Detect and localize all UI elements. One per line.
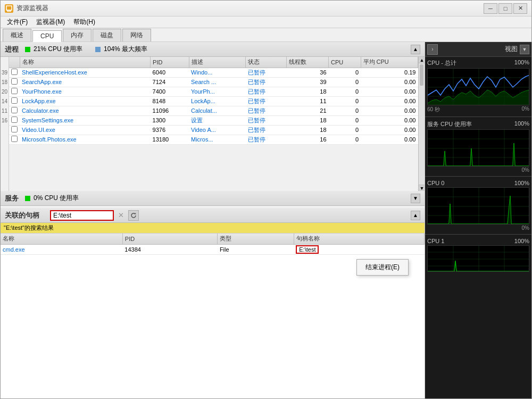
process-row-4[interactable]: Calculator.exe 11096 Calculat... 已暂停 21 … xyxy=(9,106,418,115)
scroll-up-button[interactable]: ▲ xyxy=(419,57,425,63)
process-collapse-button[interactable]: ▲ xyxy=(411,45,420,54)
col-status[interactable]: 状态 xyxy=(246,57,287,68)
services-cpu-stat: 0% CPU 使用率 xyxy=(25,194,79,203)
tab-network[interactable]: 网络 xyxy=(122,29,151,41)
process-name-6: Video.UI.exe xyxy=(20,125,151,135)
menu-file[interactable]: 文件(F) xyxy=(3,16,32,28)
freq-stat-text: 104% 最大频率 xyxy=(104,45,147,54)
handles-data-table: 名称 PID 类型 句柄名称 cmd.exe 14384 File xyxy=(1,234,425,255)
divider-2 xyxy=(425,176,531,177)
view-dropdown-button[interactable]: ▼ xyxy=(520,45,529,54)
process-status-0: 已暂停 xyxy=(246,68,287,77)
col-avgcpu[interactable]: 平均 CPU xyxy=(361,57,418,68)
row-num-4: 11 xyxy=(1,106,9,115)
process-title: 进程 xyxy=(5,45,19,54)
tab-disk[interactable]: 磁盘 xyxy=(93,29,121,41)
process-threads-1: 39 xyxy=(287,77,329,87)
cpu0-chart xyxy=(427,187,529,225)
right-panel: › 视图 ▼ CPU - 总计 100% xyxy=(425,42,531,398)
handle-col-handle[interactable]: 句柄名称 xyxy=(294,234,424,244)
process-threads-0: 36 xyxy=(287,68,329,77)
process-cpu-4: 0 xyxy=(329,106,361,115)
process-pid-2: 7400 xyxy=(151,87,189,96)
cpu0-chart-section: CPU 0 100% 0% xyxy=(425,178,531,233)
maximize-button[interactable]: □ xyxy=(498,3,512,14)
menu-help[interactable]: 帮助(H) xyxy=(69,16,99,28)
services-collapse-button[interactable]: ▼ xyxy=(411,194,420,203)
process-check-7[interactable] xyxy=(9,135,20,144)
col-name[interactable]: 名称 xyxy=(20,57,151,68)
context-menu-end-process[interactable]: 结束进程(E) xyxy=(357,261,408,274)
handles-table[interactable]: 名称 PID 类型 句柄名称 cmd.exe 14384 File xyxy=(1,234,425,398)
process-threads-7: 16 xyxy=(287,135,329,144)
process-pid-0: 6040 xyxy=(151,68,189,77)
menu-bar: 文件(F) 监视器(M) 帮助(H) xyxy=(1,16,531,28)
left-panel: 进程 21% CPU 使用率 104% 最大频率 ▲ 39 18 xyxy=(1,42,425,398)
process-name-4: Calculator.exe xyxy=(20,106,151,115)
process-row-7[interactable]: Microsoft.Photos.exe 13180 Micros... 已暂停… xyxy=(9,135,418,144)
process-scrollbar[interactable]: ▲ ▼ xyxy=(418,57,425,191)
process-cpu-6: 0 xyxy=(329,125,361,135)
cpu-total-label-row: CPU - 总计 100% xyxy=(427,59,529,67)
cpu0-svg xyxy=(428,188,529,225)
col-pid[interactable]: PID xyxy=(151,57,189,68)
process-desc-3: LockAp... xyxy=(189,96,246,106)
process-check-0[interactable] xyxy=(9,68,20,77)
col-desc[interactable]: 描述 xyxy=(189,57,246,68)
search-clear-button[interactable]: ✕ xyxy=(118,211,124,219)
process-name-7: Microsoft.Photos.exe xyxy=(20,135,151,144)
handle-search-input[interactable] xyxy=(50,210,114,221)
process-check-4[interactable] xyxy=(9,106,20,115)
process-avgcpu-4: 0.00 xyxy=(361,106,418,115)
process-desc-4: Calculat... xyxy=(189,106,246,115)
process-table[interactable]: 名称 PID 描述 状态 线程数 CPU 平均 CPU ShellExp xyxy=(9,57,418,191)
process-row-2[interactable]: YourPhone.exe 7400 YourPh... 已暂停 18 0 0.… xyxy=(9,87,418,96)
cpu1-label: CPU 1 xyxy=(427,238,444,244)
scroll-down-button[interactable]: ▼ xyxy=(419,185,425,191)
handle-row-0[interactable]: cmd.exe 14384 File E:\test xyxy=(1,244,425,254)
process-row-1[interactable]: SearchApp.exe 7124 Search ... 已暂停 39 0 0… xyxy=(9,77,418,87)
tab-cpu[interactable]: CPU xyxy=(32,30,62,42)
tab-memory[interactable]: 内存 xyxy=(63,29,92,41)
handle-col-name[interactable]: 名称 xyxy=(1,234,122,244)
services-section: 服务 0% CPU 使用率 ▼ xyxy=(1,191,425,208)
tab-overview[interactable]: 概述 xyxy=(3,29,31,41)
process-row-5[interactable]: SystemSettings.exe 1300 设置 已暂停 18 0 0.00 xyxy=(9,115,418,125)
cpu0-footer-right: 0% xyxy=(522,225,529,231)
handle-col-type[interactable]: 类型 xyxy=(218,234,294,244)
process-row-3[interactable]: LockApp.exe 8148 LockAp... 已暂停 11 0 0.00 xyxy=(9,96,418,106)
scroll-thumb[interactable] xyxy=(420,64,423,86)
process-check-5[interactable] xyxy=(9,115,20,125)
process-pid-4: 11096 xyxy=(151,106,189,115)
process-pid-5: 1300 xyxy=(151,115,189,125)
cpu-total-chart-section: CPU - 总计 100% xyxy=(425,57,531,115)
services-title: 服务 xyxy=(5,194,19,203)
search-go-button[interactable] xyxy=(128,210,139,221)
main-content: 进程 21% CPU 使用率 104% 最大频率 ▲ 39 18 xyxy=(1,42,531,398)
process-name-5: SystemSettings.exe xyxy=(20,115,151,125)
handles-collapse-button[interactable]: ▲ xyxy=(411,211,420,220)
services-cpu-stat-text: 0% CPU 使用率 xyxy=(34,194,79,203)
process-desc-2: YourPh... xyxy=(189,87,246,96)
process-cpu-7: 0 xyxy=(329,135,361,144)
context-menu: 结束进程(E) xyxy=(356,259,409,276)
cpu-total-chart xyxy=(427,68,529,105)
menu-monitor[interactable]: 监视器(M) xyxy=(32,16,69,28)
process-check-1[interactable] xyxy=(9,77,20,87)
handle-col-pid[interactable]: PID xyxy=(122,234,218,244)
close-button[interactable]: ✕ xyxy=(513,3,527,14)
process-check-3[interactable] xyxy=(9,96,20,106)
col-cpu[interactable]: CPU xyxy=(329,57,361,68)
process-section-header: 进程 21% CPU 使用率 104% 最大频率 ▲ xyxy=(1,42,425,57)
process-cpu-2: 0 xyxy=(329,87,361,96)
process-avgcpu-0: 0.19 xyxy=(361,68,418,77)
process-check-2[interactable] xyxy=(9,87,20,96)
process-row-6[interactable]: Video.UI.exe 9376 Video A... 已暂停 18 0 0.… xyxy=(9,125,418,135)
process-row-0[interactable]: ShellExperienceHost.exe 6040 Windo... 已暂… xyxy=(9,68,418,77)
expand-button[interactable]: › xyxy=(427,44,438,55)
process-check-6[interactable] xyxy=(9,125,20,135)
row-num-2: 20 xyxy=(1,87,9,96)
minimize-button[interactable]: ─ xyxy=(484,3,497,14)
col-threads[interactable]: 线程数 xyxy=(287,57,329,68)
search-result-text: "E:\test"的搜索结果 xyxy=(4,224,54,232)
